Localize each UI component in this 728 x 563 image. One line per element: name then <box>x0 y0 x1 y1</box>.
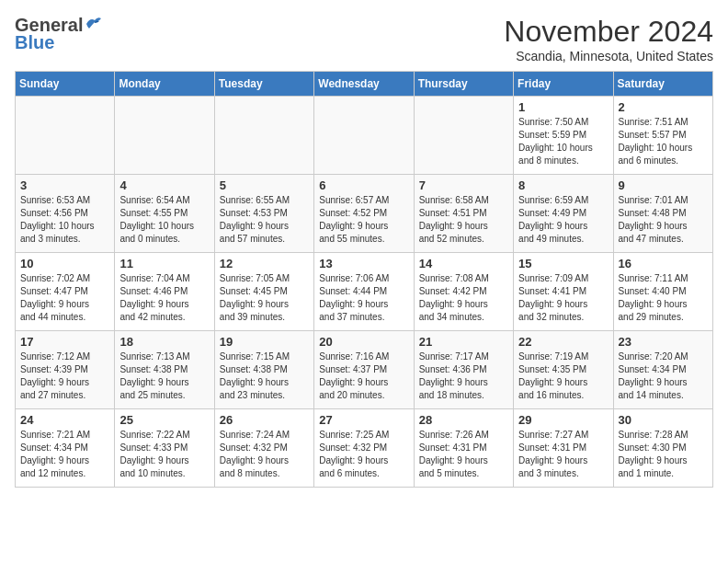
day-info: Sunrise: 7:19 AM Sunset: 4:35 PM Dayligh… <box>518 350 608 402</box>
calendar-day: 20Sunrise: 7:16 AM Sunset: 4:37 PM Dayli… <box>314 331 414 409</box>
day-info: Sunrise: 7:22 AM Sunset: 4:33 PM Dayligh… <box>119 429 209 480</box>
day-info: Sunrise: 6:53 AM Sunset: 4:56 PM Dayligh… <box>20 194 109 246</box>
calendar-table: SundayMondayTuesdayWednesdayThursdayFrid… <box>15 71 713 488</box>
day-info: Sunrise: 7:13 AM Sunset: 4:38 PM Dayligh… <box>119 350 209 402</box>
calendar-day: 14Sunrise: 7:08 AM Sunset: 4:42 PM Dayli… <box>414 253 513 331</box>
day-number: 16 <box>619 257 708 270</box>
weekday-header-tuesday: Tuesday <box>214 72 313 97</box>
day-number: 28 <box>419 413 508 427</box>
day-info: Sunrise: 6:58 AM Sunset: 4:51 PM Dayligh… <box>419 194 508 246</box>
day-number: 6 <box>319 178 408 192</box>
calendar-day: 9Sunrise: 7:01 AM Sunset: 4:48 PM Daylig… <box>613 175 712 253</box>
calendar-day: 4Sunrise: 6:54 AM Sunset: 4:55 PM Daylig… <box>115 175 214 253</box>
day-info: Sunrise: 7:26 AM Sunset: 4:31 PM Dayligh… <box>419 429 508 480</box>
day-number: 12 <box>220 257 309 270</box>
day-number: 24 <box>20 413 109 427</box>
day-info: Sunrise: 7:50 AM Sunset: 5:59 PM Dayligh… <box>518 116 608 167</box>
calendar-day: 7Sunrise: 6:58 AM Sunset: 4:51 PM Daylig… <box>414 175 513 253</box>
calendar-day: 17Sunrise: 7:12 AM Sunset: 4:39 PM Dayli… <box>16 331 115 409</box>
calendar-day <box>314 97 414 175</box>
day-info: Sunrise: 7:25 AM Sunset: 4:32 PM Dayligh… <box>319 429 408 480</box>
day-info: Sunrise: 7:09 AM Sunset: 4:41 PM Dayligh… <box>518 272 608 324</box>
day-info: Sunrise: 6:59 AM Sunset: 4:49 PM Dayligh… <box>518 194 608 246</box>
day-info: Sunrise: 7:16 AM Sunset: 4:37 PM Dayligh… <box>319 350 408 402</box>
calendar-day: 19Sunrise: 7:15 AM Sunset: 4:38 PM Dayli… <box>214 331 313 409</box>
calendar-day: 29Sunrise: 7:27 AM Sunset: 4:31 PM Dayli… <box>514 409 613 488</box>
day-number: 27 <box>319 413 408 427</box>
calendar-week-row: 1Sunrise: 7:50 AM Sunset: 5:59 PM Daylig… <box>16 97 713 175</box>
calendar-day <box>115 97 214 175</box>
day-info: Sunrise: 6:57 AM Sunset: 4:52 PM Dayligh… <box>319 194 408 246</box>
day-number: 20 <box>319 335 408 349</box>
day-number: 13 <box>319 257 408 270</box>
calendar-day: 23Sunrise: 7:20 AM Sunset: 4:34 PM Dayli… <box>613 331 712 409</box>
calendar-week-row: 10Sunrise: 7:02 AM Sunset: 4:47 PM Dayli… <box>16 253 713 331</box>
day-info: Sunrise: 7:02 AM Sunset: 4:47 PM Dayligh… <box>20 272 109 324</box>
day-info: Sunrise: 7:17 AM Sunset: 4:36 PM Dayligh… <box>419 350 508 402</box>
logo-bird-icon <box>85 16 105 32</box>
calendar-day: 24Sunrise: 7:21 AM Sunset: 4:34 PM Dayli… <box>16 409 115 488</box>
day-number: 22 <box>518 335 608 349</box>
day-info: Sunrise: 6:54 AM Sunset: 4:55 PM Dayligh… <box>119 194 209 246</box>
calendar-day: 18Sunrise: 7:13 AM Sunset: 4:38 PM Dayli… <box>115 331 214 409</box>
day-number: 5 <box>220 178 309 192</box>
calendar-day <box>16 97 115 175</box>
calendar-day <box>214 97 313 175</box>
calendar-day: 11Sunrise: 7:04 AM Sunset: 4:46 PM Dayli… <box>115 253 214 331</box>
calendar-day: 5Sunrise: 6:55 AM Sunset: 4:53 PM Daylig… <box>214 175 313 253</box>
month-title: November 2024 <box>504 15 713 49</box>
day-info: Sunrise: 7:27 AM Sunset: 4:31 PM Dayligh… <box>518 429 608 480</box>
day-number: 21 <box>419 335 508 349</box>
calendar-day: 6Sunrise: 6:57 AM Sunset: 4:52 PM Daylig… <box>314 175 414 253</box>
day-number: 14 <box>419 257 508 270</box>
day-number: 29 <box>518 413 608 427</box>
day-number: 26 <box>220 413 309 427</box>
weekday-header-wednesday: Wednesday <box>314 72 414 97</box>
day-number: 15 <box>518 257 608 270</box>
day-info: Sunrise: 6:55 AM Sunset: 4:53 PM Dayligh… <box>220 194 309 246</box>
calendar-day: 28Sunrise: 7:26 AM Sunset: 4:31 PM Dayli… <box>414 409 513 488</box>
calendar-day: 2Sunrise: 7:51 AM Sunset: 5:57 PM Daylig… <box>613 97 712 175</box>
logo-blue-text: Blue <box>15 32 54 53</box>
title-area: November 2024 Scandia, Minnesota, United… <box>504 15 713 63</box>
calendar-day: 15Sunrise: 7:09 AM Sunset: 4:41 PM Dayli… <box>514 253 613 331</box>
day-info: Sunrise: 7:24 AM Sunset: 4:32 PM Dayligh… <box>220 429 309 480</box>
calendar-day: 3Sunrise: 6:53 AM Sunset: 4:56 PM Daylig… <box>16 175 115 253</box>
calendar-day: 25Sunrise: 7:22 AM Sunset: 4:33 PM Dayli… <box>115 409 214 488</box>
day-number: 17 <box>20 335 109 349</box>
day-number: 9 <box>619 178 708 192</box>
day-number: 8 <box>518 178 608 192</box>
calendar-week-row: 3Sunrise: 6:53 AM Sunset: 4:56 PM Daylig… <box>16 175 713 253</box>
page-header: General Blue November 2024 Scandia, Minn… <box>15 15 713 63</box>
day-number: 30 <box>619 413 708 427</box>
day-number: 3 <box>20 178 109 192</box>
calendar-day: 22Sunrise: 7:19 AM Sunset: 4:35 PM Dayli… <box>514 331 613 409</box>
day-info: Sunrise: 7:20 AM Sunset: 4:34 PM Dayligh… <box>619 350 708 402</box>
day-info: Sunrise: 7:01 AM Sunset: 4:48 PM Dayligh… <box>619 194 708 246</box>
day-number: 7 <box>419 178 508 192</box>
calendar-day: 1Sunrise: 7:50 AM Sunset: 5:59 PM Daylig… <box>514 97 613 175</box>
day-number: 2 <box>619 100 708 114</box>
day-number: 23 <box>619 335 708 349</box>
calendar-day: 21Sunrise: 7:17 AM Sunset: 4:36 PM Dayli… <box>414 331 513 409</box>
weekday-header-saturday: Saturday <box>613 72 712 97</box>
day-info: Sunrise: 7:21 AM Sunset: 4:34 PM Dayligh… <box>20 429 109 480</box>
day-info: Sunrise: 7:28 AM Sunset: 4:30 PM Dayligh… <box>619 429 708 480</box>
day-number: 19 <box>220 335 309 349</box>
calendar-day <box>414 97 513 175</box>
day-number: 10 <box>20 257 109 270</box>
day-info: Sunrise: 7:04 AM Sunset: 4:46 PM Dayligh… <box>119 272 209 324</box>
day-info: Sunrise: 7:12 AM Sunset: 4:39 PM Dayligh… <box>20 350 109 402</box>
weekday-header-monday: Monday <box>115 72 214 97</box>
calendar-week-row: 17Sunrise: 7:12 AM Sunset: 4:39 PM Dayli… <box>16 331 713 409</box>
calendar-day: 10Sunrise: 7:02 AM Sunset: 4:47 PM Dayli… <box>16 253 115 331</box>
day-info: Sunrise: 7:08 AM Sunset: 4:42 PM Dayligh… <box>419 272 508 324</box>
day-number: 18 <box>119 335 209 349</box>
day-number: 1 <box>518 100 608 114</box>
weekday-header-thursday: Thursday <box>414 72 513 97</box>
weekday-header-sunday: Sunday <box>16 72 115 97</box>
calendar-day: 16Sunrise: 7:11 AM Sunset: 4:40 PM Dayli… <box>613 253 712 331</box>
calendar-day: 13Sunrise: 7:06 AM Sunset: 4:44 PM Dayli… <box>314 253 414 331</box>
location-text: Scandia, Minnesota, United States <box>504 49 713 63</box>
calendar-day: 27Sunrise: 7:25 AM Sunset: 4:32 PM Dayli… <box>314 409 414 488</box>
